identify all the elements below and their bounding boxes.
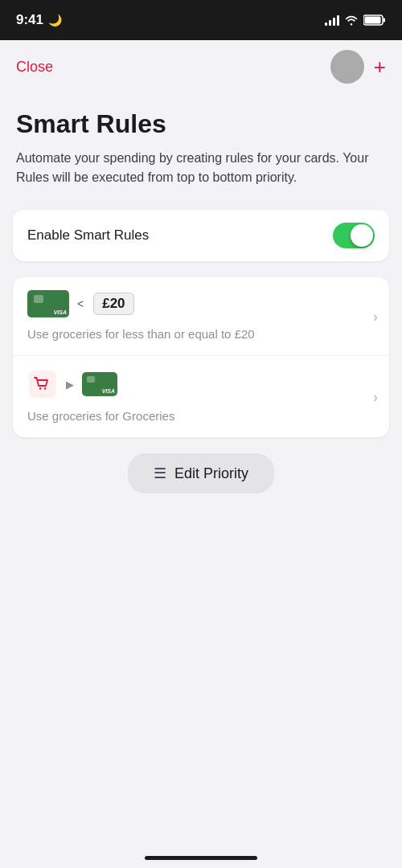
- avatar: [330, 50, 364, 84]
- svg-point-4: [39, 387, 41, 389]
- list-icon: ☰: [154, 465, 166, 482]
- main-content: Close + Smart Rules Automate your spendi…: [0, 40, 402, 868]
- battery-icon: [363, 14, 386, 26]
- chevron-right-icon-1: ›: [373, 308, 378, 325]
- signal-icon: [325, 14, 339, 26]
- wifi-icon: [344, 14, 359, 26]
- rule-1-amount: £20: [102, 296, 125, 312]
- enable-toggle[interactable]: [333, 223, 375, 248]
- toggle-knob: [351, 224, 373, 247]
- rule-2-visual: ▶ VISA: [27, 369, 375, 399]
- cart-icon: [27, 369, 58, 399]
- page-title: Smart Rules: [16, 109, 386, 139]
- rule-item-2[interactable]: ▶ VISA Use groceries for Groceries ›: [13, 356, 389, 437]
- rule-1-visual: VISA < £20: [27, 290, 375, 317]
- visa-logo-2: VISA: [102, 388, 115, 394]
- edit-priority-label: Edit Priority: [174, 465, 248, 482]
- title-section: Smart Rules Automate your spending by cr…: [0, 90, 402, 203]
- rules-card: VISA < £20 Use groceries for less than o…: [13, 277, 389, 437]
- edit-priority-button[interactable]: ☰ Edit Priority: [128, 453, 274, 493]
- close-button[interactable]: Close: [16, 59, 53, 76]
- moon-icon: 🌙: [48, 14, 62, 27]
- amount-badge: £20: [93, 293, 133, 315]
- rule-2-description: Use groceries for Groceries: [27, 407, 375, 424]
- svg-rect-3: [29, 371, 56, 398]
- status-icons: [325, 14, 386, 26]
- svg-rect-2: [384, 18, 386, 23]
- top-nav: Close +: [0, 40, 402, 90]
- nav-right: +: [330, 50, 386, 84]
- status-bar: 9:41 🌙: [0, 0, 402, 40]
- visa-logo: VISA: [54, 309, 67, 315]
- arrow-forward-icon: ▶: [66, 379, 74, 391]
- svg-point-5: [44, 387, 46, 389]
- card-chip: [34, 295, 43, 303]
- enable-smart-rules-card: Enable Smart Rules: [13, 210, 389, 261]
- page-description: Automate your spending by creating rules…: [16, 149, 386, 187]
- rule-item-1[interactable]: VISA < £20 Use groceries for less than o…: [13, 277, 389, 356]
- rule-1-description: Use groceries for less than or equal to …: [27, 326, 375, 342]
- add-button[interactable]: +: [374, 56, 386, 77]
- chevron-right-icon-2: ›: [373, 388, 378, 405]
- svg-rect-1: [365, 17, 381, 24]
- home-indicator: [145, 856, 257, 860]
- card-icon-2: VISA: [82, 372, 117, 396]
- card-chip-2: [87, 376, 95, 383]
- less-than-symbol: <: [77, 297, 84, 310]
- card-icon-1: VISA: [27, 290, 69, 317]
- status-time: 9:41: [16, 12, 43, 28]
- toggle-label: Enable Smart Rules: [27, 227, 149, 244]
